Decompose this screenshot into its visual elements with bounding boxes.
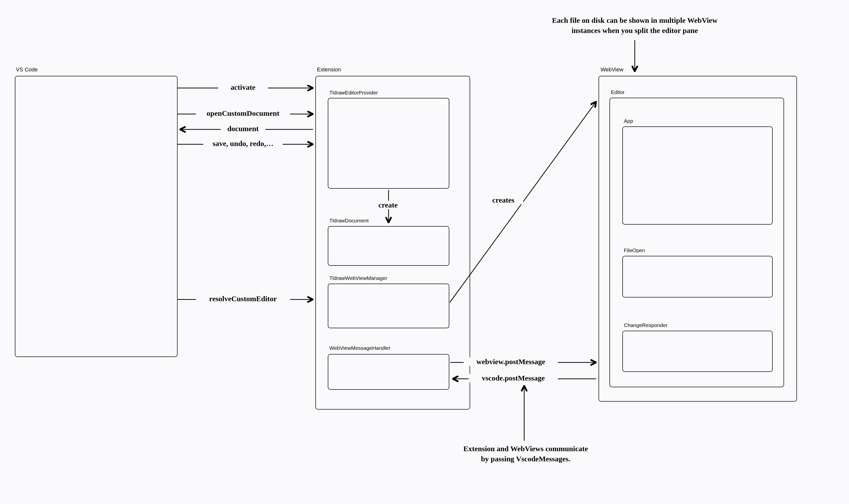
changeresponder-label: ChangeResponder bbox=[624, 322, 668, 328]
message-handler-label: WebViewMessageHandler bbox=[329, 345, 391, 351]
extension-label: Extension bbox=[317, 67, 341, 73]
edge-open-custom-document: openCustomDocument bbox=[196, 109, 290, 118]
document-box bbox=[328, 226, 449, 266]
fileopen-label: FileOpen bbox=[624, 247, 645, 253]
vscode-label: VS Code bbox=[16, 67, 38, 73]
vscode-box bbox=[15, 76, 178, 357]
edge-vscode-post: vscode.postMessage bbox=[469, 374, 558, 382]
provider-label: TldrawEditorProvider bbox=[329, 90, 378, 96]
provider-box bbox=[328, 98, 449, 188]
message-handler-box bbox=[328, 354, 449, 390]
edge-webview-post: webview.postMessage bbox=[464, 358, 558, 366]
top-annotation: Each file on disk can be shown in multip… bbox=[516, 15, 754, 35]
app-label: App bbox=[624, 118, 633, 124]
document-label: TldrawDocument bbox=[329, 218, 369, 223]
edge-document: document bbox=[221, 124, 265, 133]
edge-save-undo-redo: save, undo, redo,… bbox=[203, 139, 283, 148]
webview-label: WebView bbox=[600, 67, 624, 73]
fileopen-box bbox=[622, 256, 773, 298]
changeresponder-box bbox=[622, 331, 773, 372]
editor-label: Editor bbox=[611, 89, 625, 95]
bottom-annotation: Extension and WebViews communicate by pa… bbox=[439, 444, 612, 464]
edge-creates: creates bbox=[484, 196, 523, 204]
edge-resolve-custom-editor: resolveCustomEditor bbox=[196, 294, 290, 303]
edge-activate: activate bbox=[218, 83, 268, 91]
edge-create: create bbox=[369, 201, 407, 209]
webview-manager-box bbox=[328, 284, 449, 328]
webview-manager-label: TldrawWebViewManager bbox=[329, 275, 387, 281]
app-box bbox=[622, 126, 773, 224]
